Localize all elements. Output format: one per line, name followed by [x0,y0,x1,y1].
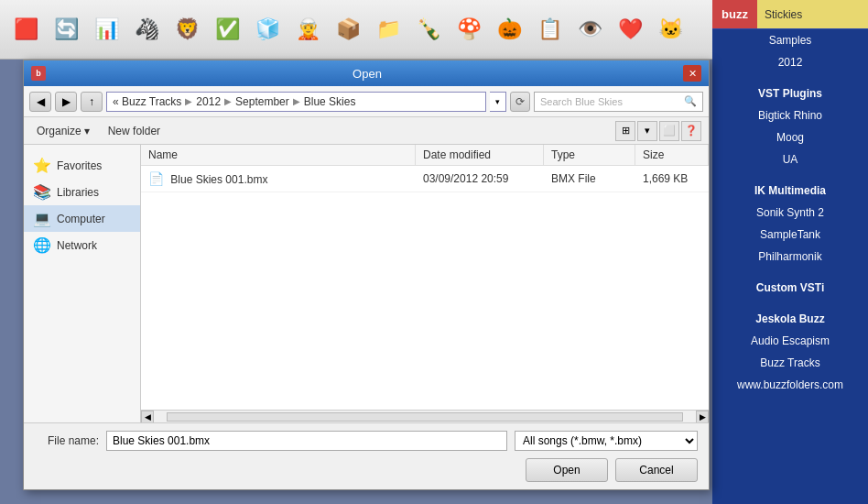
file-name-cell: 📄 Blue Skies 001.bmx [141,169,416,189]
sidebar-item-computer[interactable]: 💻 Computer [24,205,140,232]
path-arrow-1: ▶ [185,96,192,106]
stickies-ik-multimedia[interactable]: IK Multimedia [712,180,868,202]
column-header-name[interactable]: Name [141,145,416,165]
path-dropdown[interactable]: ▾ [490,92,506,112]
organize-label: Organize [37,125,81,137]
stickies-item-2012[interactable]: 2012 [712,51,868,73]
network-icon: 🌐 [33,236,51,254]
table-row[interactable]: 📄 Blue Skies 001.bmx 03/09/2012 20:59 BM… [141,166,709,192]
stickies-buzz-tracks[interactable]: Buzz Tracks [712,352,868,374]
search-placeholder: Search Blue Skies [540,96,623,107]
stickies-jeskola-buzz[interactable]: Jeskola Buzz [712,308,868,330]
refresh-button[interactable]: ⟳ [510,92,530,112]
taskbar-icon-12[interactable]: 🍄 [450,11,487,48]
sidebar-item-network[interactable]: 🌐 Network [24,232,140,258]
scroll-right-button[interactable]: ▶ [696,411,709,423]
stickies-label[interactable]: Stickies [757,0,868,28]
dialog-app-icon: b [31,66,46,81]
taskbar-icon-17[interactable]: 🐱 [652,11,689,48]
stickies-sonik-synth[interactable]: Sonik Synth 2 [712,202,868,224]
column-header-size[interactable]: Size [635,145,709,165]
taskbar-icon-14[interactable]: 📋 [531,11,568,48]
dialog-close-button[interactable]: ✕ [683,65,701,82]
taskbar-icon-5[interactable]: 🦁 [168,11,205,48]
stickies-header: buzz Stickies [712,0,868,29]
path-part-3: September [235,95,289,108]
horizontal-scrollbar[interactable]: ◀ ▶ [141,410,709,422]
stickies-item-samples[interactable]: Samples [712,29,868,51]
sidebar-item-libraries[interactable]: 📚 Libraries [24,179,140,205]
taskbar-icon-3[interactable]: 📊 [88,11,125,48]
taskbar-icon-6[interactable]: ✅ [209,11,245,48]
favorites-icon: ⭐ [33,157,51,174]
stickies-ua[interactable]: UA [712,148,868,170]
stickies-gap-3 [712,268,868,277]
stickies-buzzfolders[interactable]: www.buzzfolders.com [712,374,868,396]
up-button[interactable]: ↑ [81,92,103,112]
view-icons-group: ⊞ ▾ ⬜ ❓ [615,121,701,141]
stickies-audio-escapism[interactable]: Audio Escapism [712,330,868,352]
computer-label: Computer [57,213,105,225]
computer-icon: 💻 [33,210,51,227]
file-list-header: Name Date modified Type Size [141,145,709,166]
filename-label: File name: [35,434,99,447]
sidebar: ⭐ Favorites 📚 Libraries 💻 Computer 🌐 Net… [24,145,141,422]
content-area: ⭐ Favorites 📚 Libraries 💻 Computer 🌐 Net… [24,145,709,422]
libraries-icon: 📚 [33,183,51,201]
view-icon-grid[interactable]: ⊞ [615,121,635,141]
address-bar: ◀ ▶ ↑ « Buzz Tracks ▶ 2012 ▶ September ▶… [24,86,709,117]
search-icon[interactable]: 🔍 [684,95,697,107]
taskbar-icon-8[interactable]: 🧝 [289,11,326,48]
libraries-label: Libraries [57,186,99,199]
filetype-select[interactable]: All songs (*.bmw, *.bmx)BMX Files (*.bmx… [515,431,698,451]
taskbar-icon-10[interactable]: 📁 [370,11,407,48]
file-name: Blue Skies 001.bmx [170,173,267,186]
path-part-1: « Buzz Tracks [113,95,181,108]
address-path[interactable]: « Buzz Tracks ▶ 2012 ▶ September ▶ Blue … [106,92,486,112]
taskbar-icon-9[interactable]: 📦 [330,11,366,48]
stickies-sampletank[interactable]: SampleTank [712,224,868,246]
scroll-track[interactable] [167,412,683,422]
stickies-gap-2 [712,170,868,180]
help-icon[interactable]: ❓ [681,121,701,141]
organize-button[interactable]: Organize ▾ [31,123,95,139]
scroll-left-button[interactable]: ◀ [141,411,154,423]
forward-button[interactable]: ▶ [55,92,77,112]
toolbar: Organize ▾ New folder ⊞ ▾ ⬜ ❓ [24,117,709,145]
taskbar-icon-11[interactable]: 🍾 [410,11,447,48]
stickies-philharmonik[interactable]: Philharmonik [712,246,868,268]
stickies-gap-1 [712,73,868,82]
taskbar-icon-7[interactable]: 🧊 [249,11,286,48]
sidebar-item-favorites[interactable]: ⭐ Favorites [24,152,140,179]
filename-input[interactable] [106,431,507,451]
view-icon-detail[interactable]: ⬜ [659,121,679,141]
taskbar-icon-4[interactable]: 🦓 [128,11,165,48]
column-header-date[interactable]: Date modified [416,145,544,165]
taskbar: 🟥 🔄 📊 🦓 🦁 ✅ 🧊 🧝 📦 📁 🍾 🍄 🎃 📋 👁️ ❤️ 🐱 [0,0,714,60]
stickies-vst-plugins[interactable]: VST Plugins [712,82,868,104]
dialog-title: Open [51,67,683,81]
new-folder-button[interactable]: New folder [103,123,166,139]
taskbar-icon-1[interactable]: 🟥 [7,11,44,48]
open-button[interactable]: Open [526,458,608,482]
taskbar-icon-13[interactable]: 🎃 [491,11,527,48]
view-dropdown[interactable]: ▾ [637,121,657,141]
path-part-4: Blue Skies [304,95,356,108]
buttons-row: Open Cancel [35,458,698,482]
open-dialog: b Open ✕ ◀ ▶ ↑ « Buzz Tracks ▶ 2012 ▶ Se… [23,60,710,490]
taskbar-icon-2[interactable]: 🔄 [48,11,84,48]
column-header-type[interactable]: Type [544,145,635,165]
path-arrow-3: ▶ [293,96,300,106]
taskbar-icon-15[interactable]: 👁️ [571,11,608,48]
path-part-2: 2012 [196,95,221,108]
back-button[interactable]: ◀ [29,92,51,112]
stickies-moog[interactable]: Moog [712,126,868,148]
cancel-button[interactable]: Cancel [615,458,698,482]
new-folder-label: New folder [108,125,160,137]
stickies-buzz-button[interactable]: buzz [712,0,757,28]
path-arrow-2: ▶ [224,96,232,106]
taskbar-icon-16[interactable]: ❤️ [612,11,648,48]
search-box[interactable]: Search Blue Skies 🔍 [534,92,703,112]
stickies-bigtick-rhino[interactable]: Bigtick Rhino [712,104,868,126]
stickies-custom-vsti[interactable]: Custom VSTi [712,277,868,299]
